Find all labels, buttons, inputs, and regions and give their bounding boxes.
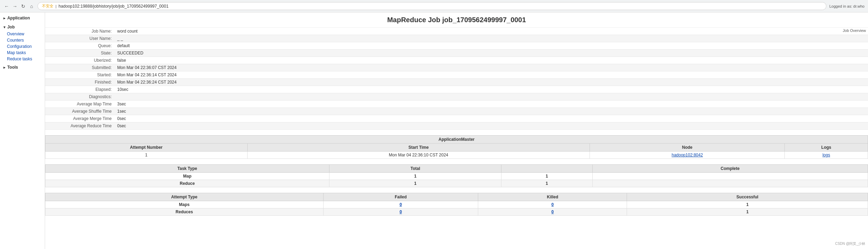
sidebar-tools-label: Tools	[7, 65, 18, 70]
info-row-avg-shuffle: Average Shuffle Time 1sec	[45, 108, 868, 115]
sidebar-link-overview[interactable]: Overview	[6, 31, 45, 37]
sidebar-job-header[interactable]: ▼ Job	[0, 23, 45, 31]
url-text: hadoop102:19888/jobhistory/job/job_17095…	[59, 4, 169, 9]
attempt-type-maps: Maps	[45, 201, 324, 208]
reduces-successful: 1	[627, 208, 868, 216]
home-button[interactable]: ⌂	[28, 3, 35, 9]
job-overview-section: Job Overview Job Name: word count User N…	[45, 28, 868, 130]
th-empty	[501, 165, 592, 173]
col-logs: Logs	[785, 144, 868, 152]
th-complete: Complete	[592, 165, 868, 173]
browser-nav-controls: ← → ↻ ⌂	[3, 3, 35, 9]
label-state: State:	[45, 50, 114, 57]
maps-killed-link[interactable]: 0	[551, 202, 554, 207]
value-avg-shuffle: 1sec	[114, 108, 868, 115]
label-started: Started:	[45, 71, 114, 79]
value-queue: default	[114, 42, 868, 50]
info-row-elapsed: Elapsed: 10sec	[45, 86, 868, 93]
attempt-row-maps: Maps 0 0 1	[45, 201, 868, 208]
label-diagnostics: Diagnostics:	[45, 93, 114, 101]
logged-in-text: Logged in as: dr.who	[829, 4, 865, 8]
job-arrow-icon: ▼	[3, 25, 6, 29]
value-avg-reduce: 0sec	[114, 122, 868, 130]
sidebar: ► Application ▼ Job Overview Counters Co…	[0, 12, 45, 249]
address-bar[interactable]: 不安全 | hadoop102:19888/jobhistory/job/job…	[37, 2, 826, 10]
back-button[interactable]: ←	[3, 3, 10, 9]
label-submitted: Submitted:	[45, 64, 114, 71]
th-successful: Successful	[627, 193, 868, 201]
attempt-node: hadoop102:8042	[590, 152, 785, 159]
sidebar-tools-header[interactable]: ► Tools	[0, 63, 45, 71]
maps-successful: 1	[627, 201, 868, 208]
reduces-failed-link[interactable]: 0	[399, 209, 402, 214]
label-elapsed: Elapsed:	[45, 86, 114, 93]
page-title: MapReduce Job job_1709562499997_0001	[387, 16, 526, 24]
col-start-time: Start Time	[247, 144, 590, 152]
app-master-row: 1 Mon Mar 04 22:36:10 CST 2024 hadoop102…	[45, 152, 868, 159]
task-row-reduce: Reduce 1 1	[45, 180, 868, 187]
sidebar-link-configuration[interactable]: Configuration	[6, 43, 45, 50]
sidebar-job-links: Overview Counters Configuration Map task…	[0, 31, 45, 62]
task-total-map: 1	[329, 173, 501, 180]
task-complete-map	[592, 173, 868, 180]
sidebar-link-reduce-tasks[interactable]: Reduce tasks	[6, 56, 45, 62]
maps-failed: 0	[323, 201, 478, 208]
value-uberized: false	[114, 57, 868, 64]
refresh-button[interactable]: ↻	[20, 3, 26, 9]
info-row-jobname: Job Name: word count	[45, 28, 868, 35]
reduces-killed-link[interactable]: 0	[551, 209, 554, 214]
sidebar-link-map-tasks[interactable]: Map tasks	[6, 50, 45, 56]
attempt-type-reduces: Reduces	[45, 208, 324, 216]
label-uberized: Uberized:	[45, 57, 114, 64]
info-row-avg-map: Average Map Time 3sec	[45, 101, 868, 108]
task-type-reduce: Reduce	[45, 180, 329, 187]
task-col3-map: 1	[501, 173, 592, 180]
info-row-uberized: Uberized: false	[45, 57, 868, 64]
task-total-reduce: 1	[329, 180, 501, 187]
info-row-submitted: Submitted: Mon Mar 04 22:36:07 CST 2024	[45, 64, 868, 71]
sidebar-tools-section: ► Tools	[0, 63, 45, 71]
value-username: _ _	[114, 35, 868, 42]
th-attempt-type: Attempt Type	[45, 193, 324, 201]
value-submitted: Mon Mar 04 22:36:07 CST 2024	[114, 64, 868, 71]
sidebar-application-header[interactable]: ► Application	[0, 14, 45, 22]
maps-killed: 0	[478, 201, 627, 208]
sidebar-job-section: ▼ Job Overview Counters Configuration Ma…	[0, 23, 45, 62]
label-jobname: Job Name:	[45, 28, 114, 35]
sidebar-link-counters[interactable]: Counters	[6, 37, 45, 43]
label-finished: Finished:	[45, 79, 114, 86]
main-content: MapReduce Job job_1709562499997_0001 Job…	[45, 12, 868, 249]
th-failed: Failed	[323, 193, 478, 201]
label-avg-merge: Average Merge Time	[45, 115, 114, 122]
value-avg-map: 3sec	[114, 101, 868, 108]
node-link[interactable]: hadoop102:8042	[672, 153, 703, 157]
attempt-row-reduces: Reduces 0 0 1	[45, 208, 868, 216]
address-text: |	[55, 4, 57, 8]
th-task-type: Task Type	[45, 165, 329, 173]
watermark: CSDN @阿昊_少林	[835, 241, 865, 246]
sidebar-application-label: Application	[7, 16, 30, 20]
browser-toolbar: ← → ↻ ⌂ 不安全 | hadoop102:19888/jobhistory…	[0, 0, 868, 12]
value-avg-merge: 0sec	[114, 115, 868, 122]
tools-arrow-icon: ►	[3, 66, 6, 69]
forward-button[interactable]: →	[12, 3, 18, 9]
info-row-username: User Name: _ _	[45, 35, 868, 42]
app-master-title: ApplicationMaster	[45, 136, 868, 144]
label-avg-shuffle: Average Shuffle Time	[45, 108, 114, 115]
logs-link[interactable]: logs	[823, 153, 830, 157]
col-attempt-number: Attempt Number	[45, 144, 248, 152]
value-elapsed: 10sec	[114, 86, 868, 93]
attempt-logs: logs	[785, 152, 868, 159]
task-col3-reduce: 1	[501, 180, 592, 187]
info-row-finished: Finished: Mon Mar 04 22:36:24 CST 2024	[45, 79, 868, 86]
attempt-type-table: Attempt Type Failed Killed Successful Ma…	[45, 193, 868, 216]
th-total: Total	[329, 165, 501, 173]
maps-failed-link[interactable]: 0	[399, 202, 402, 207]
attempt-start-time: Mon Mar 04 22:36:10 CST 2024	[247, 152, 590, 159]
label-username: User Name:	[45, 35, 114, 42]
section-label: Job Overview	[843, 28, 866, 33]
browser-right-controls: Logged in as: dr.who	[829, 4, 865, 8]
label-avg-reduce: Average Reduce Time	[45, 122, 114, 130]
task-complete-reduce	[592, 180, 868, 187]
th-killed: Killed	[478, 193, 627, 201]
